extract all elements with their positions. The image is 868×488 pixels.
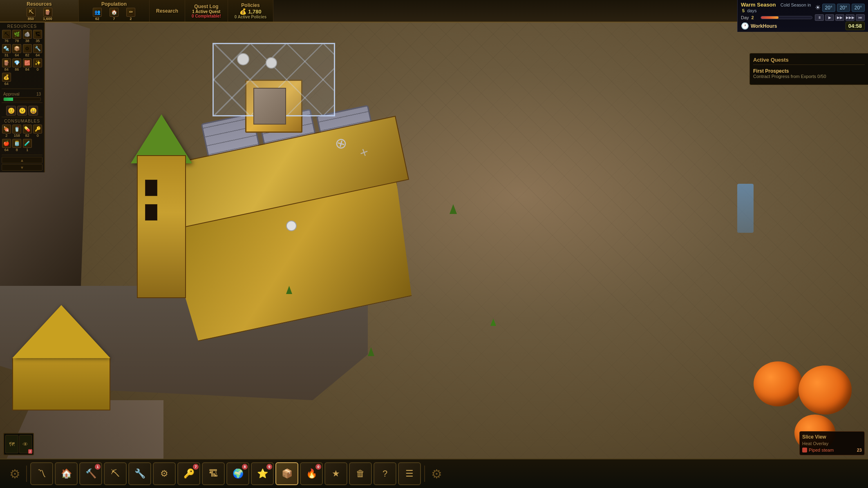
res-cell: ⚙ 82 bbox=[22, 44, 32, 57]
toolbar-btn-globe[interactable]: 🌍 8 bbox=[226, 462, 249, 485]
building-toolbar-icon: 🏗 bbox=[209, 468, 218, 479]
res-val-2: 78 bbox=[15, 39, 19, 43]
research-tab-label: Research bbox=[156, 8, 178, 14]
approval-fill bbox=[4, 98, 13, 101]
pause-btn[interactable]: ⏸ bbox=[815, 14, 824, 21]
active-policies: 0 Active Policies bbox=[235, 15, 267, 19]
quest-tab-label: Quest Log bbox=[194, 4, 218, 9]
resources-tab-label: Resources bbox=[27, 1, 51, 7]
approval-section: Approval 13 bbox=[2, 91, 43, 103]
jar-icon: 🫙 bbox=[12, 139, 21, 148]
toolbar-btn-gear[interactable]: ⚙ bbox=[153, 462, 176, 485]
resource-grid-2: 🔩 31 📦 64 ⚙ 82 🔧 64 bbox=[2, 44, 43, 57]
hammer-icon: 🔨 bbox=[85, 468, 96, 479]
heat-overlay-label: Heat Overlay bbox=[802, 441, 862, 446]
toolbar-btn-box[interactable]: 📦 bbox=[275, 462, 298, 485]
consumable-cell: 🫙 8 bbox=[12, 139, 22, 152]
toolbar-btn-trash[interactable]: 🗑 bbox=[349, 462, 372, 485]
res-icon-3: 🪨 bbox=[23, 30, 32, 39]
key-item-icon: 🔑 bbox=[33, 125, 42, 134]
res-val-11: 84 bbox=[25, 67, 29, 71]
face-icons-row: 😊 😐 😄 bbox=[2, 105, 43, 117]
slice-view-panel: Slice View Heat Overlay Piped steam 23 bbox=[799, 431, 865, 455]
tab-population[interactable]: Population 👥 62 🏠 7 ⚰ 2 bbox=[79, 0, 150, 22]
hammer-badge: 1 bbox=[95, 464, 101, 470]
quest-item[interactable]: First Prospects Contract Progress from E… bbox=[753, 68, 865, 79]
toolbar-btn-fire[interactable]: 🔥 0 bbox=[300, 462, 323, 485]
workhours-time: 04:58 bbox=[846, 22, 865, 30]
mini-map-badge: 2 bbox=[28, 449, 32, 454]
speed-3-btn[interactable]: ▶▶▶ bbox=[846, 14, 855, 21]
res-cell: 💰 64 bbox=[2, 73, 11, 86]
res-val-13: 64 bbox=[4, 82, 9, 86]
res-cell: 🔧 64 bbox=[33, 44, 43, 57]
population-tab-label: Population bbox=[101, 1, 127, 7]
bottom-toolbar: ⚙ 〽 🏠 🔨 1 ⛏ 🔧 ⚙ 🔑 7 🏗 🌍 8 ⭐ 9 bbox=[0, 459, 868, 488]
toolbar-btn-house[interactable]: 🏠 bbox=[55, 462, 78, 485]
tab-quest-log[interactable]: Quest Log 1 Active Quest 0 Completable! bbox=[185, 0, 228, 22]
face-icon-3: 😄 bbox=[28, 106, 38, 116]
consumable-cell: 🍖 2 bbox=[2, 125, 11, 138]
house-icon: 🏠 bbox=[110, 8, 119, 17]
fire-icon: 🔥 bbox=[306, 468, 317, 479]
res-cell: 🏗 35 bbox=[33, 30, 43, 43]
piped-steam-label: Piped steam bbox=[809, 448, 834, 452]
worker-3 bbox=[286, 221, 297, 231]
temp-badge-1: 20° bbox=[822, 4, 835, 12]
globe-icon: 🌍 bbox=[233, 468, 244, 479]
toolbar-btn-pickaxe[interactable]: ⛏ bbox=[104, 462, 127, 485]
jar-val: 8 bbox=[16, 148, 18, 152]
fire-badge: 0 bbox=[315, 464, 321, 470]
toolbar-separator-right bbox=[424, 466, 425, 482]
res-cell: 📦 64 bbox=[12, 44, 22, 57]
pickaxe-icon: ⛏ bbox=[111, 468, 120, 479]
toolbar-btn-menu[interactable]: ☰ bbox=[398, 462, 421, 485]
slice-view-title: Slice View bbox=[802, 434, 862, 440]
key-toolbar-icon: 🔑 bbox=[183, 468, 195, 479]
res-icon-10: 💎 bbox=[12, 58, 21, 67]
season-label: Warm Season bbox=[741, 2, 776, 8]
toolbar-btn-tools[interactable]: 🔧 bbox=[128, 462, 151, 485]
consumables-grid-2: 🍎 64 🫙 8 🧪 1 bbox=[2, 139, 43, 152]
day-label: Day bbox=[741, 15, 749, 20]
panel-scroll-down[interactable]: ▼ bbox=[2, 164, 43, 171]
drink-val: 158 bbox=[14, 134, 20, 138]
temp-badge-2: 20° bbox=[837, 4, 850, 12]
res-val-6: 64 bbox=[15, 53, 19, 57]
toolbar-btn-key[interactable]: 🔑 7 bbox=[177, 462, 200, 485]
res-cell: 🔩 31 bbox=[2, 44, 11, 57]
toolbar-btn-hammer[interactable]: 🔨 1 bbox=[79, 462, 102, 485]
toolbar-btn-star[interactable]: ★ bbox=[324, 462, 347, 485]
res-icon-11: 🧱 bbox=[23, 58, 32, 67]
toolbar-btn-building[interactable]: 🏗 bbox=[202, 462, 225, 485]
mini-map: 🗺 👁 2 bbox=[3, 433, 34, 455]
approval-value: 13 bbox=[36, 92, 41, 96]
res-icon-8: 🔧 bbox=[33, 44, 42, 53]
res-val-7: 82 bbox=[25, 53, 29, 57]
toolbar-btn-help[interactable]: ? bbox=[374, 462, 396, 485]
res-val-12: 0 bbox=[37, 67, 39, 71]
worker-1 bbox=[237, 53, 249, 65]
tab-resources[interactable]: Resources ⛏ 850 🪵 1,600 bbox=[0, 0, 79, 22]
speed-1-btn[interactable]: ▶ bbox=[825, 14, 834, 21]
population-icon: 👥 bbox=[93, 8, 102, 17]
res-cell: 🧱 84 bbox=[22, 58, 32, 71]
speed-controls[interactable]: ⏸ ▶ ▶▶ ▶▶▶ ⏭ bbox=[815, 14, 865, 21]
fast-fwd-btn[interactable]: ⏭ bbox=[856, 14, 865, 21]
toolbar-btn-star2[interactable]: ⭐ 9 bbox=[251, 462, 274, 485]
consumables-title: Consumables bbox=[2, 119, 43, 123]
res-icon-6: 📦 bbox=[12, 44, 21, 53]
star2-badge: 9 bbox=[266, 464, 272, 470]
tab-policies[interactable]: Policies 💰 1,780 0 Active Policies bbox=[228, 0, 274, 22]
mini-map-button-1[interactable]: 🗺 bbox=[5, 435, 18, 453]
speed-2-btn[interactable]: ▶▶ bbox=[835, 14, 844, 21]
potion-icon: 🧪 bbox=[23, 139, 32, 148]
res-icon-7: ⚙ bbox=[23, 44, 32, 53]
star2-icon: ⭐ bbox=[257, 468, 268, 479]
panel-scroll-up[interactable]: ▲ bbox=[2, 157, 43, 163]
res-cell: ⛏ 76 bbox=[2, 30, 11, 43]
help-icon: ? bbox=[383, 468, 387, 479]
toolbar-btn-snake[interactable]: 〽 bbox=[30, 462, 53, 485]
tab-research[interactable]: Research bbox=[150, 0, 185, 22]
house-value: 7 bbox=[113, 17, 115, 21]
